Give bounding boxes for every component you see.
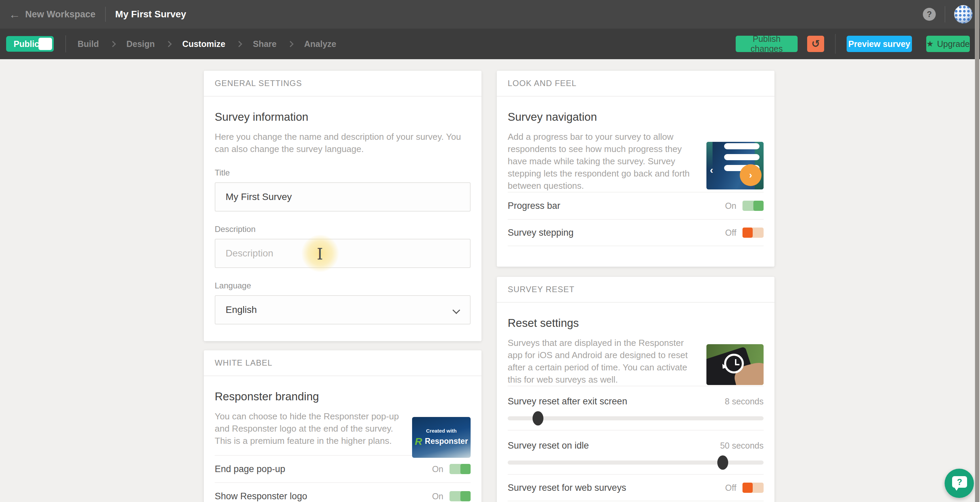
idle-slider-knob[interactable] bbox=[717, 455, 728, 470]
upgrade-button[interactable]: ★ Upgrade bbox=[926, 36, 970, 52]
next-button-icon: › bbox=[740, 164, 762, 186]
setting-label: Survey reset for web surveys bbox=[508, 483, 626, 493]
card-section-header: GENERAL SETTINGS bbox=[204, 71, 482, 97]
tab-share[interactable]: Share bbox=[253, 39, 276, 49]
reset-settings-thumbnail bbox=[706, 344, 764, 385]
card-heading: Reset settings bbox=[508, 316, 764, 330]
slider-label: Survey reset after exit screen bbox=[508, 396, 627, 407]
exit-screen-slider-track[interactable] bbox=[508, 416, 764, 420]
setting-row-survey-stepping: Survey stepping Off bbox=[508, 219, 764, 246]
language-select[interactable]: English bbox=[215, 295, 471, 324]
public-toggle-knob bbox=[38, 38, 52, 50]
survey-stepping-toggle[interactable] bbox=[743, 227, 764, 238]
survey-navigation-thumbnail: ‹ › bbox=[706, 142, 764, 189]
card-heading: Responster branding bbox=[215, 390, 471, 404]
card-description: Here you change the name and description… bbox=[215, 130, 471, 155]
tab-analyze[interactable]: Analyze bbox=[304, 39, 336, 49]
slider-value: 50 seconds bbox=[720, 441, 764, 451]
card-description: Add a progress bar to your survey to all… bbox=[508, 130, 693, 192]
avatar[interactable] bbox=[954, 5, 972, 24]
language-selected-value: English bbox=[226, 304, 257, 315]
card-section-header: LOOK AND FEEL bbox=[497, 71, 775, 97]
toolbar: Public Build Design Customize Share Anal… bbox=[0, 29, 980, 59]
setting-label: Show Responster logo bbox=[215, 491, 307, 502]
back-arrow-icon: ← bbox=[9, 8, 21, 20]
help-icon[interactable]: ? bbox=[923, 8, 936, 21]
survey-title-input[interactable] bbox=[215, 182, 471, 211]
slider-block-idle: Survey reset on idle 50 seconds bbox=[508, 430, 764, 474]
back-to-workspace-link[interactable]: ← New Workspace bbox=[9, 8, 95, 20]
toolbar-divider bbox=[835, 34, 836, 54]
setting-label: Progress bar bbox=[508, 201, 560, 211]
setting-state-text: Off bbox=[725, 483, 737, 493]
header-divider bbox=[945, 6, 945, 22]
look-and-feel-card: LOOK AND FEEL Survey navigation Add a pr… bbox=[497, 71, 775, 267]
card-heading: Survey information bbox=[215, 110, 471, 124]
upgrade-label: Upgrade bbox=[937, 39, 970, 49]
star-icon: ★ bbox=[926, 39, 934, 49]
breadcrumb: Build Design Customize Share Analyze bbox=[78, 39, 336, 49]
restore-icon: ↺ bbox=[811, 39, 820, 49]
chat-bubble-icon: ? bbox=[952, 476, 967, 488]
setting-row-end-page-popup: End page pop-up On bbox=[215, 455, 471, 482]
card-heading: Survey navigation bbox=[508, 110, 764, 124]
help-glyph: ? bbox=[927, 10, 932, 19]
chevron-right-icon bbox=[110, 41, 116, 47]
tab-design[interactable]: Design bbox=[127, 39, 155, 49]
setting-label: End page pop-up bbox=[215, 464, 285, 475]
history-clock-icon bbox=[724, 354, 744, 373]
setting-label: Survey stepping bbox=[508, 227, 574, 238]
chevron-left-icon: ‹ bbox=[710, 164, 713, 176]
slider-label: Survey reset on idle bbox=[508, 440, 589, 451]
page-title: My First Survey bbox=[115, 9, 186, 20]
setting-row-web-reset: Survey reset for web surveys Off bbox=[508, 474, 764, 501]
responster-logo-icon: R bbox=[415, 436, 422, 447]
chevron-down-icon bbox=[453, 307, 460, 314]
toolbar-divider bbox=[65, 35, 66, 52]
idle-slider-track[interactable] bbox=[508, 461, 764, 465]
section-title: GENERAL SETTINGS bbox=[215, 79, 302, 88]
setting-state-text: Off bbox=[725, 228, 737, 238]
chevron-right-icon bbox=[236, 41, 242, 47]
support-chat-button[interactable]: ? bbox=[945, 469, 974, 498]
setting-state-text: On bbox=[725, 201, 737, 211]
slider-block-exit-screen: Survey reset after exit screen 8 seconds bbox=[508, 386, 764, 430]
card-description: You can choose to hide the Responster po… bbox=[215, 410, 400, 447]
chevron-right-icon bbox=[287, 41, 293, 47]
responster-branding-thumbnail: Created with R Responster bbox=[412, 417, 471, 458]
setting-state-text: On bbox=[432, 464, 443, 474]
general-settings-card: GENERAL SETTINGS Survey information Here… bbox=[204, 71, 482, 341]
tab-build[interactable]: Build bbox=[78, 39, 99, 49]
card-description: Surveys that are displayed in the Respon… bbox=[508, 337, 693, 386]
description-field-label: Description bbox=[215, 224, 471, 234]
preview-survey-button[interactable]: Preview survey bbox=[846, 36, 912, 52]
header-divider bbox=[105, 7, 106, 22]
back-label: New Workspace bbox=[25, 9, 95, 20]
survey-reset-card: SURVEY RESET Reset settings Surveys that… bbox=[497, 277, 775, 502]
slider-value: 8 seconds bbox=[725, 397, 764, 407]
section-title: WHITE LABEL bbox=[215, 358, 272, 368]
vertical-scrollbar[interactable] bbox=[975, 0, 979, 502]
setting-row-show-logo: Show Responster logo On bbox=[215, 482, 471, 502]
publish-changes-button[interactable]: Publish changes bbox=[736, 36, 798, 52]
language-field-label: Language bbox=[215, 281, 471, 291]
card-section-header: WHITE LABEL bbox=[204, 350, 482, 376]
public-visibility-toggle[interactable]: Public bbox=[6, 36, 54, 52]
chevron-right-icon bbox=[165, 41, 172, 47]
thumbnail-caption: Created with bbox=[426, 428, 457, 434]
tab-customize[interactable]: Customize bbox=[182, 39, 225, 49]
section-title: SURVEY RESET bbox=[508, 285, 575, 294]
progress-bar-toggle[interactable] bbox=[743, 201, 764, 211]
show-responster-logo-toggle[interactable] bbox=[450, 491, 471, 501]
web-surveys-reset-toggle[interactable] bbox=[743, 483, 764, 493]
exit-screen-slider-knob[interactable] bbox=[533, 411, 543, 426]
setting-state-text: On bbox=[432, 491, 443, 501]
survey-description-input[interactable] bbox=[215, 239, 471, 268]
title-field-label: Title bbox=[215, 168, 471, 178]
thumbnail-brand-name: Responster bbox=[425, 437, 468, 446]
section-title: LOOK AND FEEL bbox=[508, 79, 576, 88]
public-toggle-label: Public bbox=[14, 39, 39, 49]
end-page-popup-toggle[interactable] bbox=[450, 464, 471, 474]
question-mark-glyph: ? bbox=[957, 477, 962, 487]
revert-changes-button[interactable]: ↺ bbox=[807, 36, 824, 52]
